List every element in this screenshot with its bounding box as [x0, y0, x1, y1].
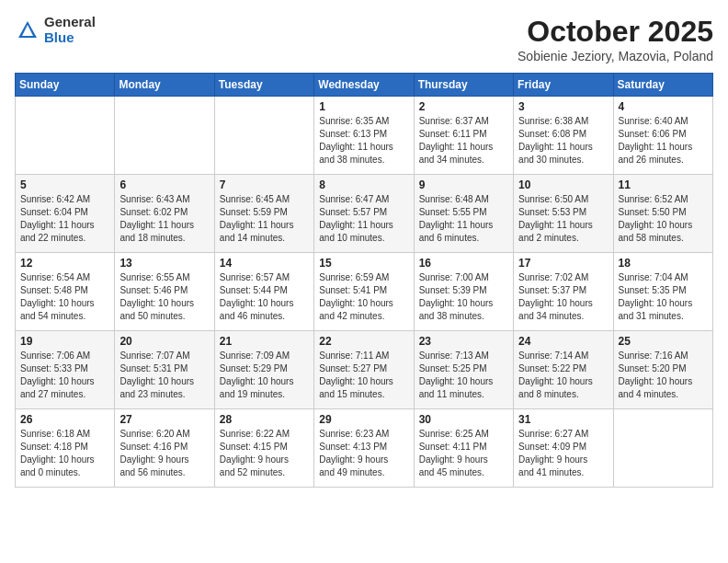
day-info: Sunrise: 7:07 AMSunset: 5:31 PMDaylight:…	[119, 350, 209, 401]
calendar-cell: 11Sunrise: 6:52 AMSunset: 5:50 PMDayligh…	[613, 175, 712, 253]
weekday-header-wednesday: Wednesday	[314, 74, 414, 97]
day-info: Sunrise: 6:45 AMSunset: 5:59 PMDaylight:…	[220, 193, 309, 245]
day-number: 9	[419, 178, 508, 191]
calendar-table: SundayMondayTuesdayWednesdayThursdayFrid…	[15, 73, 713, 488]
day-number: 11	[619, 178, 708, 191]
day-info: Sunrise: 6:43 AMSunset: 6:02 PMDaylight:…	[119, 193, 209, 245]
logo-text: General Blue	[44, 15, 96, 45]
calendar-cell: 10Sunrise: 6:50 AMSunset: 5:53 PMDayligh…	[514, 175, 613, 253]
day-info: Sunrise: 6:54 AMSunset: 5:48 PMDaylight:…	[20, 271, 109, 323]
day-info: Sunrise: 6:52 AMSunset: 5:50 PMDaylight:…	[619, 193, 708, 245]
logo: General Blue	[15, 15, 96, 45]
day-info: Sunrise: 6:35 AMSunset: 6:13 PMDaylight:…	[319, 115, 408, 167]
day-info: Sunrise: 6:47 AMSunset: 5:57 PMDaylight:…	[319, 193, 408, 245]
page-header: General Blue October 2025 Sobienie Jezio…	[15, 15, 713, 63]
day-info: Sunrise: 6:37 AMSunset: 6:11 PMDaylight:…	[419, 115, 508, 167]
weekday-header-thursday: Thursday	[414, 74, 513, 97]
day-number: 24	[518, 335, 608, 348]
calendar-cell: 3Sunrise: 6:38 AMSunset: 6:08 PMDaylight…	[514, 97, 613, 175]
day-number: 27	[119, 413, 209, 426]
day-info: Sunrise: 7:06 AMSunset: 5:33 PMDaylight:…	[20, 350, 109, 401]
calendar-cell: 24Sunrise: 7:14 AMSunset: 5:22 PMDayligh…	[514, 331, 613, 409]
day-number: 26	[20, 413, 109, 426]
week-row-1: 1Sunrise: 6:35 AMSunset: 6:13 PMDaylight…	[16, 97, 713, 175]
day-info: Sunrise: 7:09 AMSunset: 5:29 PMDaylight:…	[220, 350, 309, 401]
calendar-cell: 15Sunrise: 6:59 AMSunset: 5:41 PMDayligh…	[314, 253, 414, 331]
day-info: Sunrise: 6:20 AMSunset: 4:16 PMDaylight:…	[119, 428, 209, 479]
weekday-header-tuesday: Tuesday	[214, 74, 313, 97]
day-number: 20	[119, 335, 209, 348]
calendar-cell: 28Sunrise: 6:22 AMSunset: 4:15 PMDayligh…	[214, 409, 313, 488]
calendar-cell	[115, 97, 214, 175]
week-row-2: 5Sunrise: 6:42 AMSunset: 6:04 PMDaylight…	[16, 175, 713, 253]
calendar-cell: 25Sunrise: 7:16 AMSunset: 5:20 PMDayligh…	[613, 331, 712, 409]
day-number: 30	[419, 413, 508, 426]
weekday-header-sunday: Sunday	[16, 74, 115, 97]
day-info: Sunrise: 6:22 AMSunset: 4:15 PMDaylight:…	[220, 428, 309, 479]
logo-blue-text: Blue	[44, 30, 96, 46]
calendar-cell: 21Sunrise: 7:09 AMSunset: 5:29 PMDayligh…	[214, 331, 313, 409]
logo-general-text: General	[44, 15, 96, 30]
calendar-cell: 7Sunrise: 6:45 AMSunset: 5:59 PMDaylight…	[214, 175, 313, 253]
location-text: Sobienie Jeziory, Mazovia, Poland	[518, 49, 713, 63]
day-info: Sunrise: 6:27 AMSunset: 4:09 PMDaylight:…	[518, 428, 608, 479]
day-number: 22	[319, 335, 408, 348]
day-info: Sunrise: 6:18 AMSunset: 4:18 PMDaylight:…	[20, 428, 109, 479]
calendar-cell: 31Sunrise: 6:27 AMSunset: 4:09 PMDayligh…	[514, 409, 613, 488]
day-info: Sunrise: 7:13 AMSunset: 5:25 PMDaylight:…	[419, 350, 508, 401]
calendar-cell: 1Sunrise: 6:35 AMSunset: 6:13 PMDaylight…	[314, 97, 414, 175]
calendar-cell: 19Sunrise: 7:06 AMSunset: 5:33 PMDayligh…	[16, 331, 115, 409]
day-info: Sunrise: 6:50 AMSunset: 5:53 PMDaylight:…	[518, 193, 608, 245]
calendar-cell: 5Sunrise: 6:42 AMSunset: 6:04 PMDaylight…	[16, 175, 115, 253]
calendar-cell: 8Sunrise: 6:47 AMSunset: 5:57 PMDaylight…	[314, 175, 414, 253]
day-number: 4	[619, 100, 708, 113]
day-number: 5	[20, 178, 109, 191]
weekday-header-monday: Monday	[115, 74, 214, 97]
calendar-cell: 6Sunrise: 6:43 AMSunset: 6:02 PMDaylight…	[115, 175, 214, 253]
week-row-4: 19Sunrise: 7:06 AMSunset: 5:33 PMDayligh…	[16, 331, 713, 409]
day-number: 29	[319, 413, 408, 426]
calendar-cell: 22Sunrise: 7:11 AMSunset: 5:27 PMDayligh…	[314, 331, 414, 409]
calendar-cell: 9Sunrise: 6:48 AMSunset: 5:55 PMDaylight…	[414, 175, 513, 253]
day-info: Sunrise: 7:16 AMSunset: 5:20 PMDaylight:…	[619, 350, 708, 401]
weekday-header-saturday: Saturday	[613, 74, 712, 97]
day-number: 18	[619, 257, 708, 270]
week-row-3: 12Sunrise: 6:54 AMSunset: 5:48 PMDayligh…	[16, 253, 713, 331]
calendar-cell: 26Sunrise: 6:18 AMSunset: 4:18 PMDayligh…	[16, 409, 115, 488]
day-number: 3	[518, 100, 608, 113]
day-info: Sunrise: 7:04 AMSunset: 5:35 PMDaylight:…	[619, 271, 708, 323]
calendar-cell: 14Sunrise: 6:57 AMSunset: 5:44 PMDayligh…	[214, 253, 313, 331]
week-row-5: 26Sunrise: 6:18 AMSunset: 4:18 PMDayligh…	[16, 409, 713, 488]
day-info: Sunrise: 7:02 AMSunset: 5:37 PMDaylight:…	[518, 271, 608, 323]
day-info: Sunrise: 6:42 AMSunset: 6:04 PMDaylight:…	[20, 193, 109, 245]
day-number: 17	[518, 257, 608, 270]
day-info: Sunrise: 6:48 AMSunset: 5:55 PMDaylight:…	[419, 193, 508, 245]
weekday-header-row: SundayMondayTuesdayWednesdayThursdayFrid…	[16, 74, 713, 97]
calendar-cell	[16, 97, 115, 175]
day-number: 21	[220, 335, 309, 348]
day-number: 16	[419, 257, 508, 270]
calendar-cell: 30Sunrise: 6:25 AMSunset: 4:11 PMDayligh…	[414, 409, 513, 488]
logo-icon	[15, 17, 40, 43]
calendar-cell: 20Sunrise: 7:07 AMSunset: 5:31 PMDayligh…	[115, 331, 214, 409]
month-title: October 2025	[518, 15, 713, 49]
day-number: 7	[220, 178, 309, 191]
calendar-cell: 18Sunrise: 7:04 AMSunset: 5:35 PMDayligh…	[613, 253, 712, 331]
day-number: 25	[619, 335, 708, 348]
calendar-cell: 27Sunrise: 6:20 AMSunset: 4:16 PMDayligh…	[115, 409, 214, 488]
day-number: 23	[419, 335, 508, 348]
day-number: 13	[119, 257, 209, 270]
calendar-cell: 12Sunrise: 6:54 AMSunset: 5:48 PMDayligh…	[16, 253, 115, 331]
calendar-cell: 2Sunrise: 6:37 AMSunset: 6:11 PMDaylight…	[414, 97, 513, 175]
calendar-cell: 4Sunrise: 6:40 AMSunset: 6:06 PMDaylight…	[613, 97, 712, 175]
day-info: Sunrise: 6:57 AMSunset: 5:44 PMDaylight:…	[220, 271, 309, 323]
calendar-cell: 13Sunrise: 6:55 AMSunset: 5:46 PMDayligh…	[115, 253, 214, 331]
day-number: 14	[220, 257, 309, 270]
calendar-cell: 16Sunrise: 7:00 AMSunset: 5:39 PMDayligh…	[414, 253, 513, 331]
day-info: Sunrise: 6:25 AMSunset: 4:11 PMDaylight:…	[419, 428, 508, 479]
day-info: Sunrise: 6:23 AMSunset: 4:13 PMDaylight:…	[319, 428, 408, 479]
day-number: 10	[518, 178, 608, 191]
calendar-cell	[613, 409, 712, 488]
day-number: 6	[119, 178, 209, 191]
calendar-cell	[214, 97, 313, 175]
